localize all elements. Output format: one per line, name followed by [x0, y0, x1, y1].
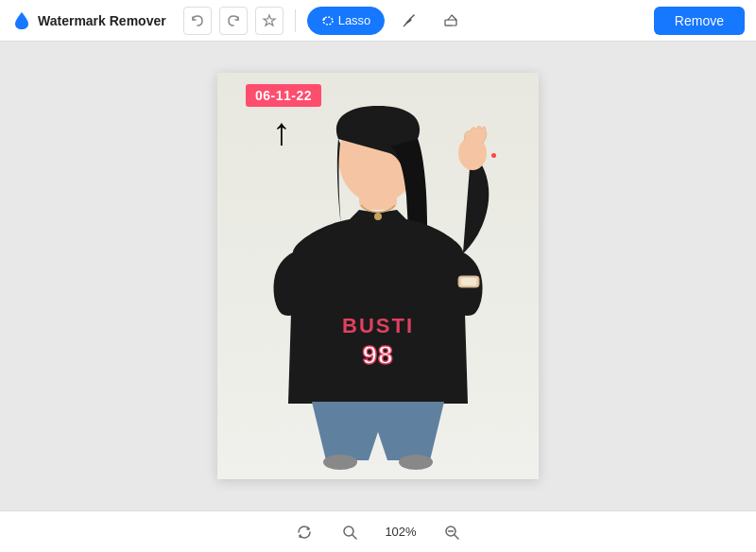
watermark-label: 06-11-22 — [246, 84, 321, 107]
person-illustration: BUSTI 98 — [236, 101, 520, 479]
svg-line-2 — [410, 15, 414, 19]
toolbar: Watermark Remover Lasso — [0, 0, 756, 42]
redo-button[interactable] — [219, 7, 248, 35]
zoom-in-button[interactable] — [336, 519, 363, 545]
brush-icon — [402, 13, 417, 28]
svg-text:BUSTI: BUSTI — [342, 314, 414, 337]
undo-button[interactable] — [183, 7, 212, 35]
red-dot-watermark — [491, 153, 496, 158]
svg-point-15 — [399, 455, 433, 470]
svg-point-10 — [374, 213, 382, 220]
svg-text:98: 98 — [362, 340, 393, 370]
zoom-out-button[interactable] — [438, 519, 465, 545]
lasso-label: Lasso — [338, 13, 371, 27]
star-icon — [262, 13, 277, 28]
svg-rect-12 — [461, 278, 476, 285]
svg-rect-3 — [445, 20, 456, 26]
eraser-icon — [443, 13, 458, 28]
svg-line-19 — [455, 535, 458, 539]
footer: 102% — [0, 510, 756, 552]
undo-icon — [190, 13, 205, 28]
redo-icon — [226, 13, 241, 28]
zoom-out-icon — [443, 524, 460, 541]
person-container: 06-11-22 ↑ BUSTI — [217, 73, 539, 479]
svg-point-1 — [322, 17, 324, 19]
search-icon — [341, 524, 358, 541]
svg-point-14 — [323, 455, 357, 470]
remove-button[interactable]: Remove — [654, 7, 745, 35]
lasso-tool-button[interactable]: Lasso — [307, 7, 386, 35]
photo-card: 06-11-22 ↑ BUSTI — [217, 73, 539, 479]
lasso-icon — [321, 14, 335, 27]
brand: Watermark Remover — [11, 10, 166, 31]
refresh-icon — [296, 524, 313, 541]
brush-tool-button[interactable] — [392, 7, 426, 35]
selection-arrow: ↑ — [272, 112, 291, 150]
brand-icon — [11, 10, 32, 31]
pin-button[interactable] — [255, 7, 284, 35]
reset-button[interactable] — [291, 519, 318, 545]
separator-1 — [295, 9, 296, 32]
zoom-level: 102% — [382, 525, 420, 539]
canvas-area: 06-11-22 ↑ BUSTI — [0, 42, 756, 510]
eraser-tool-button[interactable] — [434, 7, 468, 35]
app-title: Watermark Remover — [38, 13, 166, 28]
svg-line-17 — [352, 535, 356, 539]
